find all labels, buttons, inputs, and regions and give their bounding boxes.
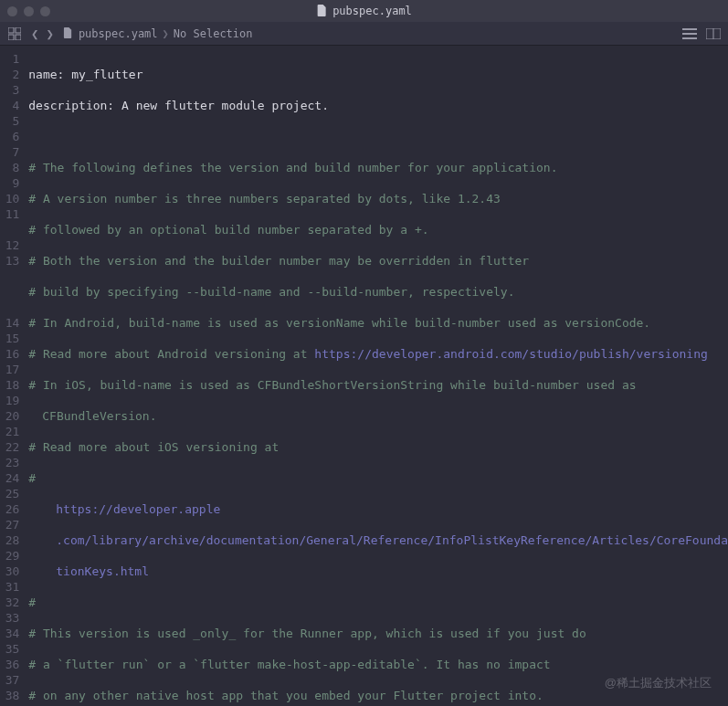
toolbar: ❮ ❯ pubspec.yaml ❯ No Selection	[0, 22, 728, 46]
line-number: 32	[0, 595, 19, 610]
line-number: 7	[0, 144, 19, 160]
line-number: 15	[0, 331, 19, 346]
comment: # The following defines the version and …	[28, 160, 728, 175]
line-number: 22	[0, 439, 19, 455]
yaml-key: description:	[28, 99, 114, 112]
line-number: 3	[0, 82, 19, 98]
window-titlebar: pubspec.yaml	[0, 0, 728, 22]
line-number: 11	[0, 206, 19, 222]
yaml-value: A new flutter module project.	[114, 99, 329, 112]
svg-rect-3	[16, 35, 21, 40]
comment: # In iOS, build-name is used as CFBundle…	[28, 377, 728, 393]
line-number: 25	[0, 486, 19, 501]
yaml-value: my_flutter	[64, 68, 142, 81]
line-number: 6	[0, 129, 19, 144]
line-number: 37	[0, 672, 19, 688]
chevron-right-icon: ❯	[163, 27, 169, 40]
line-number: 33	[0, 610, 19, 626]
url: tionKeys.html	[28, 564, 728, 579]
line-number: 38	[0, 688, 19, 703]
line-number: 8	[0, 160, 19, 175]
line-number	[0, 222, 19, 237]
line-number: 21	[0, 424, 19, 439]
line-number: 17	[0, 362, 19, 377]
breadcrumb[interactable]: pubspec.yaml ❯ No Selection	[63, 27, 673, 40]
svg-rect-2	[8, 35, 14, 40]
close-window-button[interactable]	[7, 6, 17, 16]
comment: # build by specifying --build-name and -…	[28, 284, 728, 300]
line-number: 5	[0, 113, 19, 129]
line-number: 27	[0, 517, 19, 532]
line-number: 23	[0, 455, 19, 470]
file-icon	[316, 5, 327, 16]
line-number: 19	[0, 393, 19, 408]
line-number-gutter: 1234567891011121314151617181920212223242…	[0, 46, 28, 706]
line-number: 18	[0, 377, 19, 393]
line-number: 4	[0, 98, 19, 113]
nav-back-button[interactable]: ❮	[31, 26, 38, 41]
comment: # Both the version and the builder numbe…	[28, 253, 728, 269]
line-number	[0, 269, 19, 284]
title-center: pubspec.yaml	[316, 5, 412, 17]
split-editor-icon[interactable]	[706, 26, 721, 41]
comment: # Read more about Android versioning at	[28, 347, 314, 361]
line-number: 35	[0, 641, 19, 657]
line-number: 16	[0, 346, 19, 362]
svg-rect-5	[682, 33, 697, 35]
line-number: 2	[0, 67, 19, 82]
line-number: 28	[0, 532, 19, 548]
line-number: 29	[0, 548, 19, 564]
line-number: 36	[0, 657, 19, 672]
line-number	[0, 300, 19, 315]
line-number: 31	[0, 579, 19, 595]
nav-forward-button[interactable]: ❯	[46, 26, 53, 41]
comment: # Read more about iOS versioning at	[28, 439, 728, 455]
code-editor[interactable]: 1234567891011121314151617181920212223242…	[0, 46, 728, 706]
breadcrumb-selection: No Selection	[174, 27, 253, 40]
svg-rect-6	[682, 37, 697, 39]
comment: CFBundleVersion.	[28, 408, 728, 424]
related-items-icon[interactable]	[7, 26, 22, 41]
line-number: 13	[0, 253, 19, 269]
comment: # followed by an optional build number s…	[28, 222, 728, 237]
line-number: 12	[0, 237, 19, 253]
comment: # This version is used _only_ for the Ru…	[28, 626, 728, 641]
line-number: 14	[0, 315, 19, 331]
line-number: 20	[0, 408, 19, 424]
line-number: 26	[0, 501, 19, 517]
title-filename: pubspec.yaml	[332, 5, 412, 17]
breadcrumb-file: pubspec.yaml	[79, 27, 158, 40]
url: https://developer.apple	[28, 501, 728, 517]
url: https://developer.android.com/studio/pub…	[314, 347, 707, 361]
line-number: 24	[0, 470, 19, 486]
line-number: 34	[0, 626, 19, 641]
comment: # In Android, build-name is used as vers…	[28, 315, 728, 331]
comment: # a `flutter run` or a `flutter make-hos…	[28, 657, 728, 672]
traffic-lights	[7, 6, 50, 16]
line-number: 30	[0, 564, 19, 579]
svg-rect-0	[8, 27, 14, 33]
line-number: 10	[0, 191, 19, 206]
file-icon	[63, 28, 74, 39]
comment: #	[28, 470, 728, 486]
line-number: 1	[0, 51, 19, 67]
comment: #	[28, 595, 728, 610]
line-number	[0, 284, 19, 300]
line-number: 9	[0, 175, 19, 191]
url: .com/library/archive/documentation/Gener…	[28, 532, 728, 548]
yaml-key: name:	[28, 68, 64, 81]
svg-rect-4	[682, 28, 697, 30]
code-area[interactable]: name: my_flutter description: A new flut…	[28, 46, 728, 706]
editor-options-icon[interactable]	[682, 26, 697, 41]
minimize-window-button[interactable]	[24, 6, 34, 16]
watermark: @稀土掘金技术社区	[605, 675, 712, 691]
nav-arrows: ❮ ❯	[31, 26, 54, 41]
comment: # A version number is three numbers sepa…	[28, 191, 728, 206]
maximize-window-button[interactable]	[40, 6, 50, 16]
svg-rect-1	[16, 27, 21, 33]
